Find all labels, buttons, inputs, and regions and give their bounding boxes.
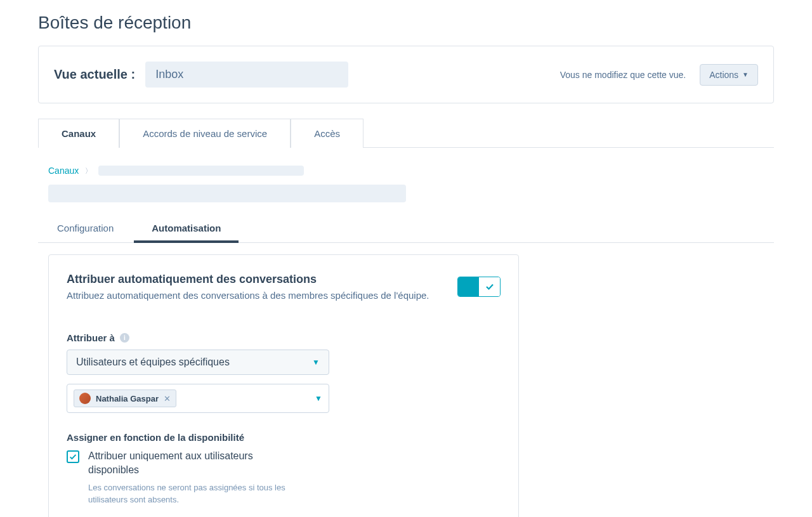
panel-description: Attribuez automatiquement des conversati… (67, 290, 429, 301)
caret-down-icon: ▼ (315, 394, 322, 403)
sub-tabs: Configuration Automatisation (38, 214, 774, 243)
view-name-input[interactable] (145, 62, 348, 88)
user-chip-name: Nathalia Gaspar (96, 394, 159, 403)
title-placeholder (48, 185, 406, 202)
toggle-check-side (479, 277, 500, 296)
panel-title: Attribuer automatiquement des conversati… (67, 273, 429, 286)
actions-button-label: Actions (709, 70, 738, 80)
current-view-label: Vue actuelle : (54, 67, 135, 82)
check-icon (69, 452, 77, 461)
view-card: Vue actuelle : Vous ne modifiez que cett… (38, 46, 774, 103)
breadcrumb-placeholder (98, 166, 304, 176)
auto-assign-toggle[interactable] (457, 277, 501, 297)
automation-panel: Attribuer automatiquement des conversati… (48, 254, 519, 517)
subtab-automation[interactable]: Automatisation (152, 214, 221, 242)
user-chip: Nathalia Gaspar ✕ (74, 389, 176, 407)
subtab-configuration[interactable]: Configuration (57, 214, 114, 242)
assign-to-label: Attribuer à i (67, 332, 501, 343)
panel-header-row: Attribuer automatiquement des conversati… (67, 273, 501, 301)
page-title: Boîtes de réception (38, 13, 774, 33)
toggle-on-side (458, 277, 479, 296)
breadcrumb-root-link[interactable]: Canaux (48, 166, 79, 176)
tab-channels[interactable]: Canaux (38, 119, 119, 148)
assign-users-select[interactable]: Nathalia Gaspar ✕ ▼ (67, 384, 329, 413)
panel-header-text: Attribuer automatiquement des conversati… (67, 273, 429, 301)
actions-button[interactable]: Actions ▼ (700, 64, 758, 86)
availability-check-row: Attribuer uniquement aux utilisateurs di… (67, 449, 501, 506)
info-icon[interactable]: i (120, 333, 129, 343)
availability-checkbox-label: Attribuer uniquement aux utilisateurs di… (88, 449, 291, 478)
assign-to-label-text: Attribuer à (67, 332, 115, 343)
availability-help-text: Les conversations ne seront pas assignée… (88, 481, 291, 506)
availability-checkbox[interactable] (67, 450, 79, 463)
view-right: Vous ne modifiez que cette vue. Actions … (560, 64, 758, 86)
main-tabs: Canaux Accords de niveau de service Accè… (38, 119, 774, 148)
availability-section-label: Assigner en fonction de la disponibilité (67, 432, 501, 443)
view-left: Vue actuelle : (54, 62, 348, 88)
close-icon[interactable]: ✕ (164, 394, 171, 403)
availability-text-col: Attribuer uniquement aux utilisateurs di… (88, 449, 291, 506)
chevron-right-icon: 〉 (85, 166, 92, 176)
check-icon (485, 282, 495, 292)
assign-to-select[interactable]: Utilisateurs et équipes spécifiques ▼ (67, 350, 329, 375)
avatar (79, 393, 91, 404)
tab-access[interactable]: Accès (291, 119, 363, 148)
tab-sla[interactable]: Accords de niveau de service (119, 119, 291, 148)
caret-down-icon: ▼ (312, 358, 320, 367)
view-note: Vous ne modifiez que cette vue. (560, 70, 686, 80)
caret-down-icon: ▼ (742, 71, 749, 78)
breadcrumb: Canaux 〉 (48, 166, 774, 176)
assign-to-select-value: Utilisateurs et équipes spécifiques (76, 357, 230, 368)
